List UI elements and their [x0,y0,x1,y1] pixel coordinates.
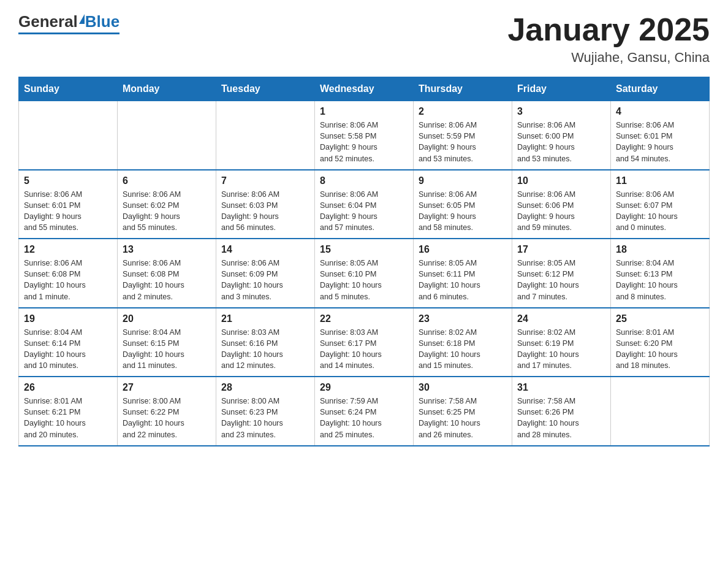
calendar-cell: 14Sunrise: 8:06 AM Sunset: 6:09 PM Dayli… [216,239,315,308]
logo-blue-text: Blue [85,12,119,31]
day-number: 7 [221,175,309,186]
logo-underline [18,33,119,34]
day-number: 16 [419,244,507,255]
day-info: Sunrise: 8:03 AM Sunset: 6:17 PM Dayligh… [320,327,408,372]
day-number: 9 [419,175,507,186]
calendar-cell: 29Sunrise: 7:59 AM Sunset: 6:24 PM Dayli… [315,377,414,446]
calendar-header-row: SundayMondayTuesdayWednesdayThursdayFrid… [19,77,710,101]
day-info: Sunrise: 8:02 AM Sunset: 6:19 PM Dayligh… [517,327,605,372]
calendar-cell: 22Sunrise: 8:03 AM Sunset: 6:17 PM Dayli… [315,308,414,377]
day-number: 24 [517,313,605,324]
calendar-week-row: 5Sunrise: 8:06 AM Sunset: 6:01 PM Daylig… [19,170,710,239]
day-info: Sunrise: 8:06 AM Sunset: 5:58 PM Dayligh… [320,120,408,164]
calendar-day-header: Tuesday [216,77,315,101]
calendar-day-header: Friday [512,77,611,101]
logo-general-text: General [18,12,78,31]
day-info: Sunrise: 8:06 AM Sunset: 6:00 PM Dayligh… [517,120,605,164]
calendar-cell: 1Sunrise: 8:06 AM Sunset: 5:58 PM Daylig… [315,101,414,170]
calendar-cell: 27Sunrise: 8:00 AM Sunset: 6:22 PM Dayli… [118,377,216,446]
calendar-cell [118,101,216,170]
calendar-cell: 16Sunrise: 8:05 AM Sunset: 6:11 PM Dayli… [414,239,512,308]
day-number: 11 [616,175,704,186]
calendar-cell: 10Sunrise: 8:06 AM Sunset: 6:06 PM Dayli… [512,170,611,239]
page-header: General Blue January 2025 Wujiahe, Gansu… [18,12,710,66]
calendar-cell: 4Sunrise: 8:06 AM Sunset: 6:01 PM Daylig… [611,101,710,170]
day-number: 17 [517,244,605,255]
calendar-cell: 18Sunrise: 8:04 AM Sunset: 6:13 PM Dayli… [611,239,710,308]
calendar-cell: 3Sunrise: 8:06 AM Sunset: 6:00 PM Daylig… [512,101,611,170]
day-number: 2 [419,106,507,117]
day-info: Sunrise: 8:01 AM Sunset: 6:20 PM Dayligh… [616,327,704,372]
day-number: 8 [320,175,408,186]
day-number: 5 [24,175,112,186]
day-number: 19 [24,313,112,324]
day-number: 28 [221,382,309,393]
calendar-cell: 9Sunrise: 8:06 AM Sunset: 6:05 PM Daylig… [414,170,512,239]
day-info: Sunrise: 8:00 AM Sunset: 6:23 PM Dayligh… [221,396,309,440]
calendar-cell: 5Sunrise: 8:06 AM Sunset: 6:01 PM Daylig… [19,170,118,239]
calendar-cell: 21Sunrise: 8:03 AM Sunset: 6:16 PM Dayli… [216,308,315,377]
calendar-day-header: Thursday [414,77,512,101]
day-number: 30 [419,382,507,393]
day-number: 22 [320,313,408,324]
day-info: Sunrise: 8:02 AM Sunset: 6:18 PM Dayligh… [419,327,507,372]
day-number: 26 [24,382,112,393]
day-info: Sunrise: 7:58 AM Sunset: 6:25 PM Dayligh… [419,396,507,440]
calendar-cell: 23Sunrise: 8:02 AM Sunset: 6:18 PM Dayli… [414,308,512,377]
calendar-cell: 31Sunrise: 7:58 AM Sunset: 6:26 PM Dayli… [512,377,611,446]
day-info: Sunrise: 8:06 AM Sunset: 6:01 PM Dayligh… [616,120,704,164]
calendar-cell: 17Sunrise: 8:05 AM Sunset: 6:12 PM Dayli… [512,239,611,308]
calendar-body: 1Sunrise: 8:06 AM Sunset: 5:58 PM Daylig… [19,101,710,446]
calendar-cell: 26Sunrise: 8:01 AM Sunset: 6:21 PM Dayli… [19,377,118,446]
calendar-cell: 12Sunrise: 8:06 AM Sunset: 6:08 PM Dayli… [19,239,118,308]
logo: General Blue [18,12,119,34]
day-number: 23 [419,313,507,324]
day-info: Sunrise: 8:06 AM Sunset: 6:04 PM Dayligh… [320,189,408,234]
calendar-day-header: Wednesday [315,77,414,101]
day-number: 14 [221,244,309,255]
calendar-week-row: 26Sunrise: 8:01 AM Sunset: 6:21 PM Dayli… [19,377,710,446]
calendar-day-header: Sunday [19,77,118,101]
day-number: 20 [123,313,211,324]
day-number: 12 [24,244,112,255]
calendar-cell [216,101,315,170]
calendar-cell: 19Sunrise: 8:04 AM Sunset: 6:14 PM Dayli… [19,308,118,377]
day-number: 3 [517,106,605,117]
day-number: 15 [320,244,408,255]
calendar-cell: 24Sunrise: 8:02 AM Sunset: 6:19 PM Dayli… [512,308,611,377]
calendar-cell: 25Sunrise: 8:01 AM Sunset: 6:20 PM Dayli… [611,308,710,377]
calendar-cell: 2Sunrise: 8:06 AM Sunset: 5:59 PM Daylig… [414,101,512,170]
day-number: 27 [123,382,211,393]
day-info: Sunrise: 8:05 AM Sunset: 6:11 PM Dayligh… [419,258,507,302]
calendar-table: SundayMondayTuesdayWednesdayThursdayFrid… [18,77,710,446]
day-info: Sunrise: 7:58 AM Sunset: 6:26 PM Dayligh… [517,396,605,440]
day-info: Sunrise: 8:03 AM Sunset: 6:16 PM Dayligh… [221,327,309,372]
calendar-cell: 11Sunrise: 8:06 AM Sunset: 6:07 PM Dayli… [611,170,710,239]
calendar-cell [19,101,118,170]
day-info: Sunrise: 8:06 AM Sunset: 6:08 PM Dayligh… [123,258,211,302]
day-info: Sunrise: 8:04 AM Sunset: 6:14 PM Dayligh… [24,327,112,372]
day-info: Sunrise: 8:01 AM Sunset: 6:21 PM Dayligh… [24,396,112,440]
day-info: Sunrise: 8:06 AM Sunset: 6:09 PM Dayligh… [221,258,309,302]
calendar-cell: 7Sunrise: 8:06 AM Sunset: 6:03 PM Daylig… [216,170,315,239]
day-info: Sunrise: 8:06 AM Sunset: 6:01 PM Dayligh… [24,189,112,234]
day-number: 13 [123,244,211,255]
calendar-cell: 15Sunrise: 8:05 AM Sunset: 6:10 PM Dayli… [315,239,414,308]
day-info: Sunrise: 8:06 AM Sunset: 6:08 PM Dayligh… [24,258,112,302]
calendar-cell: 8Sunrise: 8:06 AM Sunset: 6:04 PM Daylig… [315,170,414,239]
day-info: Sunrise: 8:06 AM Sunset: 6:05 PM Dayligh… [419,189,507,234]
day-info: Sunrise: 8:00 AM Sunset: 6:22 PM Dayligh… [123,396,211,440]
day-info: Sunrise: 8:05 AM Sunset: 6:12 PM Dayligh… [517,258,605,302]
day-info: Sunrise: 8:04 AM Sunset: 6:13 PM Dayligh… [616,258,704,302]
calendar-cell: 13Sunrise: 8:06 AM Sunset: 6:08 PM Dayli… [118,239,216,308]
calendar-cell: 30Sunrise: 7:58 AM Sunset: 6:25 PM Dayli… [414,377,512,446]
day-number: 21 [221,313,309,324]
day-number: 4 [616,106,704,117]
calendar-week-row: 12Sunrise: 8:06 AM Sunset: 6:08 PM Dayli… [19,239,710,308]
day-number: 10 [517,175,605,186]
page-subtitle: Wujiahe, Gansu, China [507,50,710,66]
day-info: Sunrise: 8:06 AM Sunset: 5:59 PM Dayligh… [419,120,507,164]
day-info: Sunrise: 8:06 AM Sunset: 6:02 PM Dayligh… [123,189,211,234]
day-info: Sunrise: 8:06 AM Sunset: 6:03 PM Dayligh… [221,189,309,234]
page-title: January 2025 [507,12,710,47]
